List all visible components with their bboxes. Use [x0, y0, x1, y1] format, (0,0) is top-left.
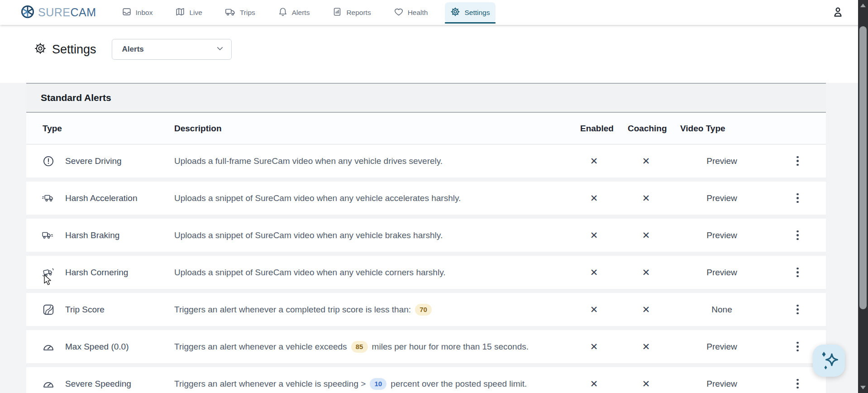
- nav-item-label: Reports: [346, 9, 371, 17]
- nav-item-label: Trips: [240, 9, 255, 17]
- speedometer-icon: [42, 378, 55, 390]
- scrollbar-down-arrow[interactable]: [860, 386, 866, 389]
- table-row: Max Speed (0.0) Triggers an alert whenev…: [26, 330, 826, 367]
- value-badge: 85: [351, 341, 368, 353]
- scrollbar-up-arrow[interactable]: [860, 4, 866, 7]
- enabled-toggle[interactable]: ✕: [570, 267, 618, 278]
- nav-item-label: Inbox: [136, 9, 153, 17]
- row-menu-button[interactable]: [793, 227, 802, 244]
- section-title: Standard Alerts: [41, 92, 111, 103]
- ai-assistant-button[interactable]: [813, 345, 845, 377]
- nav-item-health[interactable]: Health: [388, 2, 434, 23]
- video-type-value: Preview: [674, 268, 769, 278]
- value-badge: 70: [415, 304, 432, 316]
- video-type-value: Preview: [674, 230, 769, 240]
- value-badge: 10: [370, 378, 386, 390]
- coaching-toggle[interactable]: ✕: [618, 193, 674, 204]
- nav-item-label: Live: [189, 9, 202, 17]
- row-menu-button[interactable]: [793, 153, 802, 170]
- nav-item-trips[interactable]: Trips: [219, 2, 261, 23]
- chevron-down-icon: [216, 44, 224, 54]
- user-account-button[interactable]: [831, 6, 844, 19]
- nav-item-settings[interactable]: Settings: [445, 2, 495, 23]
- enabled-toggle[interactable]: ✕: [570, 230, 618, 241]
- coaching-toggle[interactable]: ✕: [618, 304, 674, 315]
- enabled-toggle[interactable]: ✕: [570, 341, 618, 352]
- video-type-value: Preview: [674, 156, 769, 166]
- alert-description: Uploads a snippet of SureCam video when …: [174, 268, 570, 278]
- heart-icon: [394, 7, 404, 19]
- top-nav: SURECAM Inbox Live: [0, 0, 868, 25]
- table-row: Severe Speeding Triggers an alert whenev…: [26, 367, 826, 393]
- alert-type-label: Harsh Braking: [65, 230, 119, 240]
- truck-accelerate-icon: [42, 192, 55, 204]
- nav-item-reports[interactable]: Reports: [327, 2, 376, 23]
- table-row: Harsh Acceleration Uploads a snippet of …: [26, 182, 826, 219]
- row-menu-button[interactable]: [793, 338, 802, 355]
- video-type-value: Preview: [674, 342, 769, 352]
- coaching-toggle[interactable]: ✕: [618, 379, 674, 389]
- report-icon: [332, 7, 342, 19]
- table-header-row: Type Description Enabled Coaching Video …: [26, 113, 826, 144]
- column-header-description: Description: [174, 124, 570, 134]
- page-header: Settings Alerts: [0, 25, 868, 83]
- brand-logo[interactable]: SURECAM: [21, 5, 96, 20]
- table-row: Trip Score Triggers an alert whenever a …: [26, 293, 826, 330]
- gear-icon: [450, 7, 460, 19]
- brand-wordmark: SURECAM: [38, 6, 96, 19]
- coaching-toggle[interactable]: ✕: [618, 156, 674, 167]
- alert-description: Uploads a snippet of SureCam video when …: [174, 193, 570, 203]
- user-icon: [832, 6, 844, 19]
- trip-route-icon: [42, 304, 55, 316]
- nav-items: Inbox Live Trips: [116, 2, 496, 23]
- alert-type-label: Severe Speeding: [65, 379, 131, 389]
- nav-item-live[interactable]: Live: [170, 2, 207, 23]
- enabled-toggle[interactable]: ✕: [570, 193, 618, 204]
- bell-icon: [278, 7, 288, 19]
- row-menu-button[interactable]: [793, 301, 802, 318]
- standard-alerts-table: Standard Alerts Type Description Enabled…: [26, 83, 826, 393]
- sparkles-icon: [816, 347, 842, 374]
- nav-item-alerts[interactable]: Alerts: [272, 2, 315, 23]
- video-type-value: Preview: [674, 193, 769, 203]
- coaching-toggle[interactable]: ✕: [618, 341, 674, 352]
- warning-circle-icon: [42, 155, 55, 167]
- alert-type-label: Severe Driving: [65, 156, 122, 166]
- table-row: Harsh Cornering Uploads a snippet of Sur…: [26, 256, 826, 293]
- column-header-enabled: Enabled: [570, 124, 618, 134]
- vertical-scrollbar: [858, 0, 868, 393]
- truck-brake-icon: [42, 230, 55, 241]
- alert-description: Triggers an alert whenever a vehicle exc…: [174, 341, 570, 353]
- coaching-toggle[interactable]: ✕: [618, 230, 674, 241]
- alert-description: Uploads a snippet of SureCam video when …: [174, 230, 570, 240]
- enabled-toggle[interactable]: ✕: [570, 379, 618, 389]
- column-header-video-type: Video Type: [674, 124, 769, 134]
- alert-type-label: Max Speed (0.0): [65, 342, 129, 352]
- gear-icon: [34, 42, 47, 57]
- inbox-icon: [122, 7, 132, 19]
- row-menu-button[interactable]: [793, 264, 802, 281]
- alert-type-label: Harsh Cornering: [65, 268, 128, 278]
- truck-icon: [225, 7, 236, 19]
- video-type-value: Preview: [674, 379, 769, 389]
- scrollbar-thumb[interactable]: [859, 26, 867, 309]
- alert-description: Uploads a full-frame SureCam video when …: [174, 156, 570, 166]
- settings-section-dropdown[interactable]: Alerts: [112, 39, 232, 60]
- nav-item-label: Alerts: [292, 9, 310, 17]
- row-menu-button[interactable]: [793, 375, 802, 393]
- coaching-toggle[interactable]: ✕: [618, 267, 674, 278]
- page-title: Settings: [52, 43, 96, 57]
- section-header: Standard Alerts: [26, 83, 826, 113]
- alert-type-label: Harsh Acceleration: [65, 193, 137, 203]
- truck-corner-icon: [42, 267, 55, 278]
- nav-item-label: Settings: [464, 9, 490, 17]
- column-header-type: Type: [26, 124, 174, 134]
- video-type-value: None: [674, 305, 769, 315]
- nav-item-inbox[interactable]: Inbox: [116, 2, 158, 23]
- enabled-toggle[interactable]: ✕: [570, 304, 618, 315]
- enabled-toggle[interactable]: ✕: [570, 156, 618, 167]
- aperture-icon: [21, 5, 34, 20]
- speedometer-icon: [42, 341, 55, 353]
- table-row: Severe Driving Uploads a full-frame Sure…: [26, 144, 826, 182]
- row-menu-button[interactable]: [793, 190, 802, 207]
